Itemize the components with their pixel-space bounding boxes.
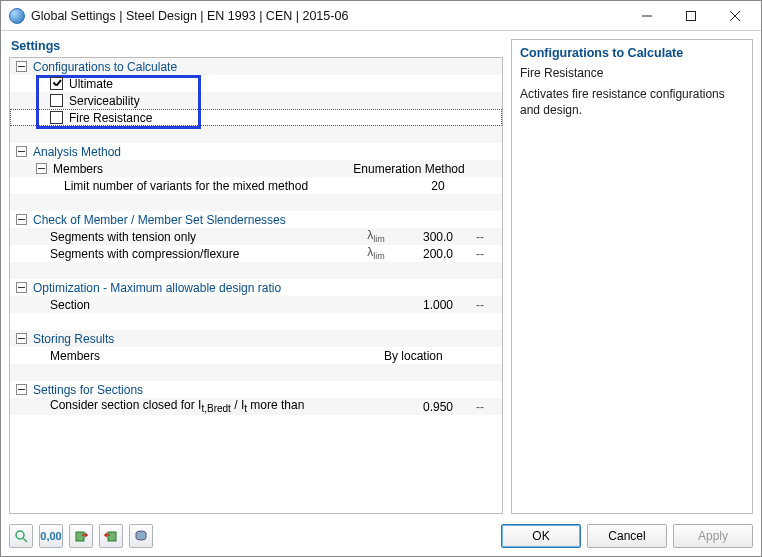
save-default-icon[interactable] bbox=[129, 524, 153, 548]
close-button[interactable] bbox=[713, 2, 757, 30]
group-label: Check of Member / Member Set Slenderness… bbox=[33, 213, 286, 227]
group-label: Storing Results bbox=[33, 332, 114, 346]
tree-item-serviceability[interactable]: Serviceability bbox=[10, 92, 502, 109]
tree-group-optimization[interactable]: Optimization - Maximum allowable design … bbox=[10, 279, 502, 296]
item-label: Section bbox=[50, 298, 90, 312]
svg-point-4 bbox=[16, 531, 24, 539]
collapse-icon[interactable] bbox=[16, 214, 27, 225]
collapse-icon[interactable] bbox=[36, 163, 47, 174]
item-label: Serviceability bbox=[69, 94, 140, 108]
group-label: Configurations to Calculate bbox=[33, 60, 177, 74]
spacer-row bbox=[10, 262, 502, 279]
collapse-icon[interactable] bbox=[16, 282, 27, 293]
tree-item-tension[interactable]: Segments with tension only λlim300.0-- bbox=[10, 228, 502, 245]
value[interactable]: 300.0 bbox=[402, 230, 474, 244]
spacer-row bbox=[10, 313, 502, 330]
info-description: Activates fire resistance configurations… bbox=[520, 86, 744, 118]
tree-group-slenderness[interactable]: Check of Member / Member Set Slenderness… bbox=[10, 211, 502, 228]
value[interactable]: By location bbox=[384, 349, 474, 363]
svg-rect-1 bbox=[687, 11, 696, 20]
item-label: Ultimate bbox=[69, 77, 113, 91]
value[interactable]: 1.000 bbox=[402, 298, 474, 312]
group-label: Optimization - Maximum allowable design … bbox=[33, 281, 281, 295]
export-icon[interactable] bbox=[69, 524, 93, 548]
settings-heading: Settings bbox=[9, 39, 503, 57]
tree-item-section[interactable]: Section 1.000-- bbox=[10, 296, 502, 313]
minimize-button[interactable] bbox=[625, 2, 669, 30]
tree-item-storing-members[interactable]: Members By location bbox=[10, 347, 502, 364]
symbol: λlim bbox=[367, 245, 385, 259]
import-icon[interactable] bbox=[99, 524, 123, 548]
details-icon[interactable] bbox=[9, 524, 33, 548]
svg-rect-6 bbox=[76, 532, 84, 541]
checkbox-fire-resistance[interactable] bbox=[50, 111, 63, 124]
item-label: Members bbox=[50, 349, 100, 363]
tree-group-analysis[interactable]: Analysis Method bbox=[10, 143, 502, 160]
info-panel: Configurations to Calculate Fire Resista… bbox=[511, 39, 753, 514]
item-label: Segments with compression/flexure bbox=[50, 247, 239, 261]
unit: -- bbox=[474, 400, 502, 414]
spacer-row bbox=[10, 194, 502, 211]
footer: 0,00 OK Cancel Apply bbox=[1, 518, 761, 556]
checkbox-serviceability[interactable] bbox=[50, 94, 63, 107]
collapse-icon[interactable] bbox=[16, 61, 27, 72]
checkbox-ultimate[interactable] bbox=[50, 77, 63, 90]
units-icon[interactable]: 0,00 bbox=[39, 524, 63, 548]
item-label: Members bbox=[53, 162, 103, 176]
tree-item-compression[interactable]: Segments with compression/flexure λlim20… bbox=[10, 245, 502, 262]
value[interactable]: 200.0 bbox=[402, 247, 474, 261]
cancel-button[interactable]: Cancel bbox=[587, 524, 667, 548]
unit: -- bbox=[474, 230, 502, 244]
titlebar: Global Settings | Steel Design | EN 1993… bbox=[1, 1, 761, 31]
window-title: Global Settings | Steel Design | EN 1993… bbox=[31, 9, 625, 23]
tree-item-members[interactable]: Members Enumeration Method bbox=[10, 160, 502, 177]
svg-line-5 bbox=[23, 538, 27, 542]
value[interactable]: 20 bbox=[402, 179, 474, 193]
col-header: Enumeration Method bbox=[344, 162, 474, 176]
spacer-row bbox=[10, 364, 502, 381]
tree-item-limit-variants[interactable]: Limit number of variants for the mixed m… bbox=[10, 177, 502, 194]
svg-rect-7 bbox=[108, 532, 116, 541]
tree-group-storing[interactable]: Storing Results bbox=[10, 330, 502, 347]
item-label: Segments with tension only bbox=[50, 230, 196, 244]
app-icon bbox=[9, 8, 25, 24]
maximize-button[interactable] bbox=[669, 2, 713, 30]
tree-item-ultimate[interactable]: Ultimate bbox=[10, 75, 502, 92]
collapse-icon[interactable] bbox=[16, 146, 27, 157]
item-label: Fire Resistance bbox=[69, 111, 152, 125]
collapse-icon[interactable] bbox=[16, 384, 27, 395]
ok-button[interactable]: OK bbox=[501, 524, 581, 548]
unit: -- bbox=[474, 247, 502, 261]
info-heading: Configurations to Calculate bbox=[520, 46, 744, 60]
value[interactable]: 0.950 bbox=[402, 400, 474, 414]
spacer-row bbox=[10, 126, 502, 143]
settings-tree[interactable]: Configurations to Calculate Ultimate Ser… bbox=[9, 57, 503, 514]
item-label: Consider section closed for It,Bredt / I… bbox=[50, 398, 304, 414]
info-subtitle: Fire Resistance bbox=[520, 66, 744, 80]
group-label: Analysis Method bbox=[33, 145, 121, 159]
symbol: λlim bbox=[367, 228, 385, 242]
tree-item-closed-section[interactable]: Consider section closed for It,Bredt / I… bbox=[10, 398, 502, 415]
item-label: Limit number of variants for the mixed m… bbox=[64, 179, 308, 193]
unit: -- bbox=[474, 298, 502, 312]
group-label: Settings for Sections bbox=[33, 383, 143, 397]
tree-group-sections[interactable]: Settings for Sections bbox=[10, 381, 502, 398]
tree-item-fire-resistance[interactable]: Fire Resistance bbox=[10, 109, 502, 126]
apply-button[interactable]: Apply bbox=[673, 524, 753, 548]
tree-group-configs[interactable]: Configurations to Calculate bbox=[10, 58, 502, 75]
collapse-icon[interactable] bbox=[16, 333, 27, 344]
